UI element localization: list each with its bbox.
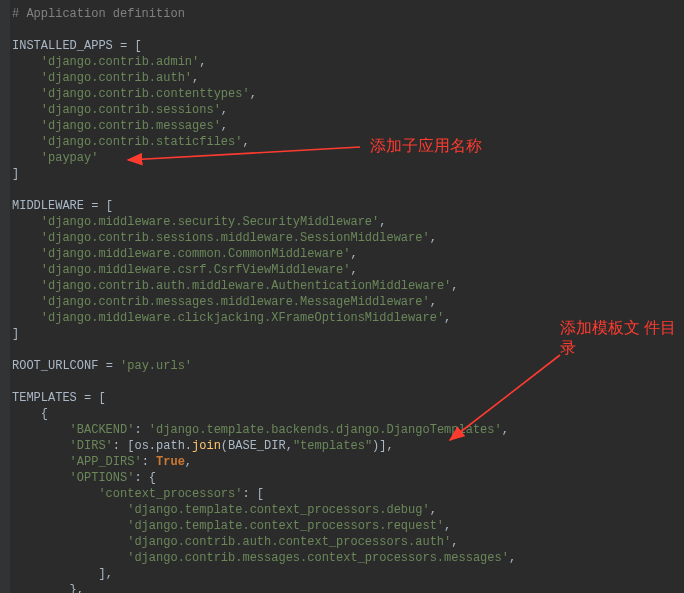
annotation-template-dir: 添加模板文 件目录 bbox=[560, 318, 684, 358]
comma: , bbox=[221, 103, 228, 117]
open-brace: { bbox=[149, 471, 156, 485]
list-item: 'django.middleware.csrf.CsrfViewMiddlewa… bbox=[41, 263, 351, 277]
list-item: 'django.contrib.sessions.middleware.Sess… bbox=[41, 231, 430, 245]
list-item: 'django.contrib.auth.middleware.Authenti… bbox=[41, 279, 451, 293]
var-root-urlconf: ROOT_URLCONF bbox=[12, 359, 98, 373]
list-item: 'django.template.context_processors.debu… bbox=[127, 503, 429, 517]
comma: , bbox=[444, 519, 451, 533]
var-templates: TEMPLATES bbox=[12, 391, 77, 405]
true-keyword: True bbox=[156, 455, 185, 469]
dict-key: 'context_processors' bbox=[98, 487, 242, 501]
close-bracket: ] bbox=[12, 327, 19, 341]
assign-op: = bbox=[120, 39, 127, 53]
list-item: 'django.middleware.clickjacking.XFrameOp… bbox=[41, 311, 444, 325]
open-brace: { bbox=[41, 407, 48, 421]
comma: , bbox=[430, 231, 437, 245]
open-bracket: [ bbox=[134, 39, 141, 53]
comma: , bbox=[451, 279, 458, 293]
dict-key: 'APP_DIRS' bbox=[70, 455, 142, 469]
dict-key: 'BACKEND' bbox=[70, 423, 135, 437]
close-bracket: ] bbox=[98, 567, 105, 581]
list-item: 'django.contrib.auth' bbox=[41, 71, 192, 85]
base-dir: BASE_DIR bbox=[228, 439, 286, 453]
list-item: 'paypay' bbox=[41, 151, 99, 165]
list-item: 'django.middleware.security.SecurityMidd… bbox=[41, 215, 379, 229]
comma: , bbox=[106, 567, 113, 581]
comma: , bbox=[430, 503, 437, 517]
list-item: 'django.template.context_processors.requ… bbox=[127, 519, 444, 533]
open-bracket: [ bbox=[106, 199, 113, 213]
comment-line: # Application definition bbox=[12, 7, 185, 21]
assign-op: = bbox=[91, 199, 98, 213]
comma: , bbox=[444, 311, 451, 325]
list-item: 'django.contrib.staticfiles' bbox=[41, 135, 243, 149]
colon: : bbox=[134, 423, 141, 437]
var-installed-apps: INSTALLED_APPS bbox=[12, 39, 113, 53]
comma: , bbox=[185, 455, 192, 469]
open-paren: ( bbox=[221, 439, 228, 453]
assign-op: = bbox=[84, 391, 91, 405]
templates-str: "templates" bbox=[293, 439, 372, 453]
code-content: # Application definition INSTALLED_APPS … bbox=[12, 6, 516, 593]
comma: , bbox=[250, 87, 257, 101]
comma: , bbox=[451, 535, 458, 549]
colon: : bbox=[142, 455, 149, 469]
comma: , bbox=[286, 439, 293, 453]
var-middleware: MIDDLEWARE bbox=[12, 199, 84, 213]
comma: , bbox=[242, 135, 249, 149]
list-item: 'django.contrib.auth.context_processors.… bbox=[127, 535, 451, 549]
list-item: 'django.contrib.sessions' bbox=[41, 103, 221, 117]
close-brace: } bbox=[70, 583, 77, 593]
list-item: 'django.contrib.admin' bbox=[41, 55, 199, 69]
editor-gutter bbox=[0, 0, 10, 593]
join-func: join bbox=[192, 439, 221, 453]
colon: : bbox=[242, 487, 249, 501]
comma: , bbox=[192, 71, 199, 85]
code-editor: # Application definition INSTALLED_APPS … bbox=[0, 0, 684, 593]
comma: , bbox=[379, 215, 386, 229]
comma: , bbox=[199, 55, 206, 69]
list-item: 'django.middleware.common.CommonMiddlewa… bbox=[41, 247, 351, 261]
comma: , bbox=[350, 247, 357, 261]
close-paren: )], bbox=[372, 439, 394, 453]
string-value: 'pay.urls' bbox=[120, 359, 192, 373]
list-item: 'django.contrib.contenttypes' bbox=[41, 87, 250, 101]
dict-key: 'DIRS' bbox=[70, 439, 113, 453]
dict-value: 'django.template.backends.django.DjangoT… bbox=[149, 423, 502, 437]
comma: , bbox=[502, 423, 509, 437]
dirs-prefix: [os.path. bbox=[127, 439, 192, 453]
comma: , bbox=[430, 295, 437, 309]
comma: , bbox=[509, 551, 516, 565]
open-bracket: [ bbox=[98, 391, 105, 405]
comma: , bbox=[221, 119, 228, 133]
close-bracket: ] bbox=[12, 167, 19, 181]
colon: : bbox=[134, 471, 141, 485]
open-bracket: [ bbox=[257, 487, 264, 501]
list-item: 'django.contrib.messages.context_process… bbox=[127, 551, 509, 565]
colon: : bbox=[113, 439, 120, 453]
assign-op: = bbox=[106, 359, 113, 373]
list-item: 'django.contrib.messages' bbox=[41, 119, 221, 133]
comma: , bbox=[350, 263, 357, 277]
dict-key: 'OPTIONS' bbox=[70, 471, 135, 485]
comma: , bbox=[77, 583, 84, 593]
list-item: 'django.contrib.messages.middleware.Mess… bbox=[41, 295, 430, 309]
